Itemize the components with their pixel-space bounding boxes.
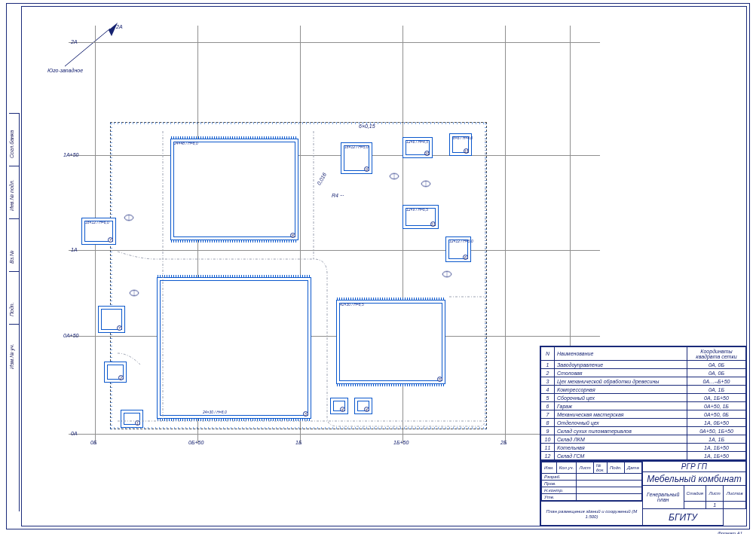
building-number: 2 (118, 375, 124, 380)
building-2: 2 (104, 362, 127, 383)
building-dim: 12×6 / H=4,5 (406, 140, 428, 144)
exp-row: 6Гараж0А+50, 1Б (541, 402, 746, 410)
exp-name: Сборочный цех (555, 394, 687, 402)
building-12: 8×6 / H=4,012 (449, 133, 472, 156)
exp-n: 8 (541, 419, 555, 427)
grid-line (69, 42, 600, 43)
exp-coord: 0А+50, 1Б (687, 402, 746, 410)
stamp-org: БГИТУ (642, 509, 723, 526)
axis-label-x: 0Б (90, 440, 96, 445)
axis-label-y: 0А+50 (63, 333, 78, 338)
tree-icon (421, 180, 431, 188)
exp-row: 9Склад сухих пиломатериалов0А+50, 1Б+50 (541, 427, 746, 435)
building-number: 1 (135, 420, 140, 426)
exp-coord: 1А, 1Б+50 (687, 444, 746, 452)
note-dimension: 6×0,15 (359, 124, 375, 129)
building-dim: 12×9 / H=6,5 (406, 208, 428, 212)
building-5: 42×30 / H=8,5 5 (336, 300, 445, 384)
building-7b: 7 (98, 306, 125, 333)
direction-label: Юго-западное (47, 68, 83, 73)
building-dim: 42×30 / H=8,5 (340, 303, 364, 307)
vegetation-area (314, 208, 385, 261)
building-dim: 8×6 / H=4,0 (453, 136, 473, 140)
building-dim: 18×12 / H=6,0 (85, 221, 109, 224)
exp-name: Гараж (555, 402, 687, 410)
explication-table: N Наименование Координаты квадрата сетки… (540, 346, 746, 460)
svg-line-0 (65, 29, 110, 66)
building-number: 10 (424, 151, 430, 156)
stamp-col: Листов (724, 486, 746, 502)
stamp-col: Стадия (684, 486, 705, 502)
stamp-bottom-section: План размещения зданий и сооружений (М 1… (541, 502, 643, 526)
stamp-section: Генеральный план (642, 486, 684, 509)
margin-seg: Подп. (9, 302, 14, 316)
exp-n: 3 (541, 377, 555, 386)
building-number: 8 (290, 233, 295, 238)
building-number: 11 (430, 221, 436, 227)
axis-label-x: 2Б (500, 440, 507, 445)
exp-coord: 0А…–Б+50 (687, 377, 746, 386)
axis-label-y: 0А (71, 431, 78, 436)
tree-icon (442, 270, 452, 278)
grid-line (69, 434, 600, 435)
stamp-title: Мебельный комбинат (642, 472, 745, 486)
axis-label-x: 1Б+50 (393, 440, 409, 445)
exp-name: Отделочный цех (555, 419, 687, 427)
building-number: 4 (340, 407, 345, 412)
axis-label-y: 1А+50 (63, 152, 78, 157)
axis-label-x: 1Б (295, 440, 301, 445)
axis-label-x: 0Б+50 (188, 440, 204, 445)
axis-label-y: 2А (71, 39, 78, 44)
exp-row: 7Механическая мастерская0А+50, 0Б (541, 410, 746, 419)
exp-coord: 0А, 0Б (687, 361, 746, 369)
th-name: Наименование (555, 347, 687, 361)
building-number: 7 (117, 325, 122, 331)
grid-line (505, 26, 506, 444)
exp-n: 6 (541, 402, 555, 410)
exp-coord: 1А, 1Б+50 (687, 452, 746, 460)
exp-coord: 0А, 1Б+50 (687, 394, 746, 402)
exp-coord: 0А, 1Б (687, 386, 746, 394)
building-1: 1 (121, 410, 143, 428)
margin-seg: Изм.№ уч. (9, 343, 14, 369)
exp-name: Котельная (555, 444, 687, 452)
exp-coord: 0А+50, 1Б+50 (687, 427, 746, 435)
building-dim: 24×30 / H=8,0 (203, 410, 227, 414)
building-dim: 24×48 / H=8,0 (174, 142, 198, 145)
exp-row: 3Цех механической обработки древесины0А…… (541, 377, 746, 386)
direction-mark: 2А (116, 24, 123, 29)
exp-name: Столовая (555, 369, 687, 377)
format-note: Формат A1 (718, 531, 742, 534)
note-radius: R4 ··· (332, 193, 344, 198)
exp-name: Компрессорная (555, 386, 687, 394)
building-8: 24×48 / H=8,0 8 (170, 139, 298, 240)
building-number: 3 (303, 411, 308, 417)
tree-icon (124, 214, 134, 221)
stamp-code: РГР ГП (642, 462, 745, 472)
page: Согл.банка Инв.№ подл. Вз.№ Подп. Изм.№ … (0, 0, 756, 534)
building-11: 12×9 / H=6,511 (402, 205, 439, 229)
margin-seg: Вз.№ (9, 251, 14, 264)
exp-row: 8Отделочный цех1А, 0Б+50 (541, 419, 746, 427)
exp-row: 10Склад ЛКМ1А, 1Б (541, 435, 746, 444)
exp-name: Склад сухих пиломатериалов (555, 427, 687, 435)
exp-row: 1Заводоуправление0А, 0Б (541, 361, 746, 369)
exp-n: 2 (541, 369, 555, 377)
binding-margin: Согл.банка Инв.№ подл. Вз.№ Подп. Изм.№ … (9, 113, 20, 511)
margin-seg: Инв.№ подл. (9, 179, 14, 211)
exp-coord: 1А, 1Б (687, 435, 746, 444)
exp-n: 12 (541, 452, 555, 460)
exp-name: Механическая мастерская (555, 410, 687, 419)
exp-row: 12Склад ГСМ1А, 1Б+50 (541, 452, 746, 460)
building-number: 12 (464, 148, 469, 154)
exp-n: 5 (541, 394, 555, 402)
exp-row: 5Сборочный цех0А, 1Б+50 (541, 394, 746, 402)
margin-seg: Согл.банка (9, 130, 14, 158)
th-n: N (541, 347, 555, 361)
drawing-canvas: 2А Юго-западное 0Б 0Б+50 1Б 1Б+50 2Б 2Б+… (27, 11, 608, 462)
exp-row: 4Компрессорная0А, 1Б (541, 386, 746, 394)
exp-row: 2Столовая0А, 0Б (541, 369, 746, 377)
exp-coord: 1А, 0Б+50 (687, 419, 746, 427)
building-9: 18×12 / H=5,09 (341, 142, 372, 174)
exp-name: Цех механической обработки древесины (555, 377, 687, 386)
